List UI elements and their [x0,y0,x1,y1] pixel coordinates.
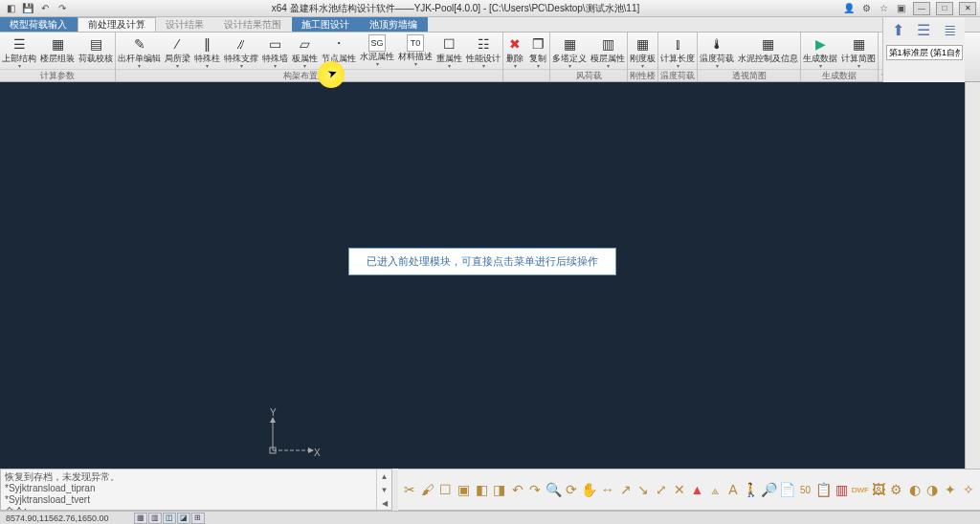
cmd-scroll-up[interactable]: ▲ [377,469,391,483]
tool-misc4-icon[interactable]: ✧ [960,480,976,499]
cmd-scroll-left[interactable]: ◀ [377,496,391,510]
tool-img-icon[interactable]: 🖼 [871,480,887,499]
ribbon-btn-copy[interactable]: ❐复制▾ [526,33,549,69]
tab-model-input[interactable]: 模型荷载输入 [0,17,78,32]
ribbon-btn-layerattr[interactable]: ▥模层属性▾ [589,33,627,69]
tool-cross-icon[interactable]: ✕ [671,480,687,499]
layer-icon: ▥ [598,34,617,54]
ribbon-btn-heavy[interactable]: ☐重属性▾ [434,33,464,69]
svg-marker-3 [308,448,314,453]
ribbon-btn-temp[interactable]: 🌡温度荷载▾ [698,33,736,69]
ribbon-group-label: 透视简图 [698,69,800,81]
qat-redo-icon[interactable]: ↷ [56,2,69,15]
tool-arrow2-icon[interactable]: ↘ [635,480,652,499]
ribbon-btn-calcfig[interactable]: ▦计算简图▾ [839,33,878,69]
title-window-icon[interactable]: ▣ [894,2,907,15]
ribbon-btn-delete[interactable]: ✖删除▾ [503,33,526,69]
close-button[interactable]: ✕ [959,2,976,15]
tool-misc2-icon[interactable]: ◑ [924,480,941,499]
tool-refresh-icon[interactable]: ⟳ [564,480,580,499]
node-icon: ・ [329,34,348,54]
qat-save-icon[interactable]: 💾 [21,2,34,15]
ribbon-group-label: 温度荷载 [658,69,697,81]
ribbon-btn-ctrl[interactable]: ▦水泥控制及信息 [736,33,800,69]
status-toggle[interactable]: ⊞ [191,513,205,524]
tool-gear-icon[interactable]: ⚙ [889,480,905,499]
tool-select-icon[interactable]: ☐ [437,480,454,499]
tab-wall-edit[interactable]: 池顶剪墙编 [360,17,428,32]
ribbon-btn-perf[interactable]: ☷性能设计▾ [464,33,502,69]
floor-icon: ▦ [48,34,67,54]
status-toggle[interactable]: ▦ [134,513,147,524]
ribbon-btn-edit[interactable]: ✎出杆单编辑▾ [116,33,163,69]
minimize-button[interactable]: — [913,2,930,15]
qat-undo-icon[interactable]: ↶ [38,2,52,15]
cmd-scroll-down[interactable]: ▼ [377,483,391,496]
tool-pan-icon[interactable]: ✋ [581,480,597,499]
ribbon-btn-rigid[interactable]: ▦刚度板▾ [628,33,657,69]
tab-construction[interactable]: 施工图设计 [292,17,360,32]
tab-preprocess[interactable]: 前处理及计算 [78,17,156,32]
tool-pdf-icon[interactable]: ▥ [834,480,850,499]
tool-cube3-icon[interactable]: ◨ [492,480,508,499]
app-icon: ◧ [4,2,17,15]
tool-search-icon[interactable]: 🔎 [761,480,777,499]
floor-selector[interactable] [886,45,963,60]
tool-page-icon[interactable]: 📄 [779,480,795,499]
status-toggle[interactable]: ▥ [148,513,162,524]
ribbon-btn-slab[interactable]: ▱板属性▾ [290,33,320,69]
tool-misc1-icon[interactable]: ◐ [906,480,923,499]
ribbon-btn-node[interactable]: ・节点属性▾ [320,33,358,69]
ribbon-btn-sg[interactable]: SG水泥属性▾ [358,33,396,69]
fig-icon: ▦ [849,34,868,54]
title-settings-icon[interactable]: ⚙ [859,2,873,15]
ribbon-btn-calclen[interactable]: ⫿计算长度▾ [658,33,697,69]
tool-50-icon[interactable]: 50 [797,480,813,499]
tool-zoom-icon[interactable]: 🔍 [546,480,562,499]
brace-icon: ⫽ [232,34,251,54]
ribbon-btn-beam[interactable]: ∕局所梁▾ [163,33,192,69]
panel-stack-icon[interactable]: ≣ [944,21,956,39]
tool-clipboard-icon[interactable]: 📋 [815,480,832,499]
tool-cube-icon[interactable]: ▣ [456,480,472,499]
ribbon-btn-support[interactable]: ⫽特殊支撑▾ [222,33,260,69]
tool-back-icon[interactable]: ↶ [509,480,525,499]
delete-icon: ✖ [505,34,524,54]
tool-scissors-icon[interactable]: ✂ [402,480,418,499]
window-title: x64 盈建科水池结构设计软件——YJK-Pool[4.0.0] - [C:\U… [69,2,842,15]
tool-dwf-icon[interactable]: DWF [852,480,869,499]
ribbon-btn-column[interactable]: ‖特殊柱▾ [192,33,222,69]
tool-cube2-icon[interactable]: ◧ [474,480,490,499]
ribbon-btn-wall[interactable]: ▭特殊墙▾ [260,33,290,69]
cmd-prompt[interactable]: 命令: [5,506,372,510]
title-tool-icon[interactable]: 👤 [842,2,856,15]
tab-design-range[interactable]: 设计结果范围 [214,17,292,32]
maximize-button[interactable]: □ [936,2,953,15]
status-toggle[interactable]: ◪ [177,513,190,524]
canvas[interactable]: 已进入前处理模块，可直接点击菜单进行后续操作 Y X [0,82,965,469]
panel-up-icon[interactable]: ⬆ [892,21,904,39]
ribbon-btn-material[interactable]: T0材料描述▾ [396,33,434,69]
status-toggle[interactable]: ◫ [163,513,176,524]
box-icon: ☐ [440,34,459,54]
tool-nav-icon[interactable]: ⟁ [707,480,724,499]
vertical-scrollbar[interactable] [965,82,980,469]
tool-move-icon[interactable]: ↔ [599,480,615,499]
tool-arrow-icon[interactable]: ↗ [617,480,634,499]
panel-layers-icon[interactable]: ☰ [917,21,930,39]
ribbon-btn-tower[interactable]: ▦多塔定义▾ [550,33,589,69]
ribbon-btn-loadcheck[interactable]: ▤荷载校核 [77,33,115,69]
tool-brush-icon[interactable]: 🖌 [420,480,436,499]
ribbon-btn-gendata[interactable]: ▶生成数据▾ [801,33,839,69]
ribbon-btn-upper[interactable]: ☰上部结构▾ [0,33,38,69]
tool-diag-icon[interactable]: ⤢ [654,480,670,499]
tool-misc3-icon[interactable]: ✦ [943,480,959,499]
title-star-icon[interactable]: ☆ [877,2,890,15]
tool-text-icon[interactable]: A [725,480,742,499]
tool-triangle-icon[interactable]: ▲ [689,480,705,499]
tool-forward-icon[interactable]: ↷ [527,480,544,499]
tab-design-result[interactable]: 设计结果 [156,17,214,32]
tool-walk-icon[interactable]: 🚶 [743,480,759,499]
ctrl-icon: ▦ [759,34,778,54]
ribbon-btn-floor[interactable]: ▦楼层组装 [38,33,77,69]
